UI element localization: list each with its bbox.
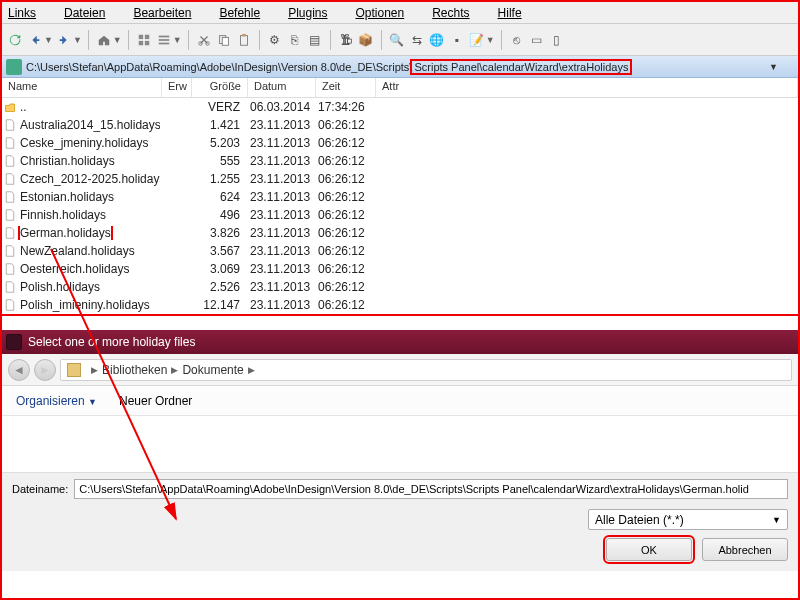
- menu-hilfe[interactable]: Hilfe: [498, 6, 536, 20]
- file-time: 17:34:26: [314, 100, 374, 114]
- file-row[interactable]: Polish_imieniny.holidays12.14723.11.2013…: [2, 296, 798, 314]
- nav-forward-button[interactable]: ►: [34, 359, 56, 381]
- file-row[interactable]: NewZealand.holidays3.56723.11.201306:26:…: [2, 242, 798, 260]
- copy-icon[interactable]: [215, 31, 233, 49]
- svg-rect-6: [159, 42, 170, 44]
- new-folder-button[interactable]: Neuer Ordner: [119, 394, 192, 408]
- file-date: 23.11.2013: [246, 262, 314, 276]
- menu-plugins[interactable]: Plugins: [288, 6, 341, 20]
- folder-icon: [67, 363, 81, 377]
- file-row[interactable]: Finnish.holidays49623.11.201306:26:12: [2, 206, 798, 224]
- menu-bearbeiten[interactable]: Bearbeiten: [133, 6, 205, 20]
- file-size: 3.567: [160, 244, 246, 258]
- terminal-icon[interactable]: ▪: [448, 31, 466, 49]
- file-name: Australia2014_15.holidays: [18, 118, 160, 132]
- forward-icon[interactable]: [55, 31, 73, 49]
- file-icon: [2, 191, 18, 203]
- svg-rect-10: [222, 37, 228, 45]
- file-row[interactable]: Polish.holidays2.52623.11.201306:26:12: [2, 278, 798, 296]
- crumb-1[interactable]: Bibliotheken: [102, 363, 167, 377]
- file-date: 23.11.2013: [246, 172, 314, 186]
- tool3-icon[interactable]: ▤: [306, 31, 324, 49]
- dialog-nav: ◄ ► ▶ Bibliotheken ▶ Dokumente ▶: [2, 354, 798, 386]
- file-row[interactable]: Czech_2012-2025.holidays1.25523.11.20130…: [2, 170, 798, 188]
- col-name[interactable]: Name: [2, 78, 162, 97]
- nav-back-button[interactable]: ◄: [8, 359, 30, 381]
- crumb-2[interactable]: Dokumente: [182, 363, 243, 377]
- notepad-icon[interactable]: 📝: [468, 31, 486, 49]
- path-bar[interactable]: C:\Users\Stefan\AppData\Roaming\Adobe\In…: [2, 56, 798, 78]
- file-size: 12.147: [160, 298, 246, 312]
- svg-rect-12: [242, 33, 246, 36]
- path-highlighted: Scripts Panel\calendarWizard\extraHolida…: [410, 59, 632, 75]
- file-name: Polish_imieniny.holidays: [18, 298, 160, 312]
- file-list: ..VERZ06.03.201417:34:26Australia2014_15…: [2, 98, 798, 314]
- file-date: 23.11.2013: [246, 190, 314, 204]
- indesign-icon: [6, 334, 22, 350]
- tool-icon[interactable]: ⚙: [266, 31, 284, 49]
- tool2-icon[interactable]: ⎘: [286, 31, 304, 49]
- menu-optionen[interactable]: Optionen: [356, 6, 419, 20]
- col-ext[interactable]: Erw: [162, 78, 192, 97]
- view-icon[interactable]: [155, 31, 173, 49]
- menu-rechts[interactable]: Rechts: [432, 6, 483, 20]
- col-size[interactable]: Größe: [192, 78, 248, 97]
- file-row[interactable]: German.holidays3.82623.11.201306:26:12: [2, 224, 798, 242]
- path-dropdown-icon[interactable]: ▼: [749, 62, 798, 72]
- file-row[interactable]: Ceske_jmeniny.holidays5.20323.11.201306:…: [2, 134, 798, 152]
- file-row[interactable]: ..VERZ06.03.201417:34:26: [2, 98, 798, 116]
- file-name: Christian.holidays: [18, 154, 160, 168]
- column-headers: Name Erw Größe Datum Zeit Attr: [2, 78, 798, 98]
- menu-befehle[interactable]: Befehle: [219, 6, 274, 20]
- organize-button[interactable]: Organisieren ▼: [16, 394, 97, 408]
- zip-icon[interactable]: 🗜: [337, 31, 355, 49]
- file-row[interactable]: Australia2014_15.holidays1.42123.11.2013…: [2, 116, 798, 134]
- svg-rect-5: [159, 39, 170, 41]
- ok-button[interactable]: OK: [606, 538, 692, 561]
- col-time[interactable]: Zeit: [316, 78, 376, 97]
- svg-rect-4: [159, 35, 170, 37]
- file-date: 23.11.2013: [246, 226, 314, 240]
- dialog-body: [2, 416, 798, 472]
- exit1-icon[interactable]: ⎋: [508, 31, 526, 49]
- filename-input[interactable]: [74, 479, 788, 499]
- file-date: 23.11.2013: [246, 280, 314, 294]
- col-date[interactable]: Datum: [248, 78, 316, 97]
- exit3-icon[interactable]: ▯: [548, 31, 566, 49]
- file-time: 06:26:12: [314, 154, 374, 168]
- file-icon: [2, 281, 18, 293]
- file-row[interactable]: Oesterreich.holidays3.06923.11.201306:26…: [2, 260, 798, 278]
- ftp-icon[interactable]: 🌐: [428, 31, 446, 49]
- file-size: 3.826: [160, 226, 246, 240]
- file-name: Finnish.holidays: [18, 208, 160, 222]
- file-name: Estonian.holidays: [18, 190, 160, 204]
- grid-icon[interactable]: [135, 31, 153, 49]
- refresh-icon[interactable]: [6, 31, 24, 49]
- menu-links[interactable]: Links: [8, 6, 50, 20]
- filetype-filter[interactable]: Alle Dateien (*.*)▼: [588, 509, 788, 530]
- cut-icon[interactable]: [195, 31, 213, 49]
- menu-dateien[interactable]: Dateien: [64, 6, 119, 20]
- file-icon: [2, 155, 18, 167]
- cancel-button[interactable]: Abbrechen: [702, 538, 788, 561]
- search-icon[interactable]: 🔍: [388, 31, 406, 49]
- path-prefix: C:\Users\Stefan\AppData\Roaming\Adobe\In…: [26, 61, 412, 73]
- file-size: 496: [160, 208, 246, 222]
- file-time: 06:26:12: [314, 280, 374, 294]
- back-icon[interactable]: [26, 31, 44, 49]
- file-date: 23.11.2013: [246, 154, 314, 168]
- file-row[interactable]: Estonian.holidays62423.11.201306:26:12: [2, 188, 798, 206]
- home-icon[interactable]: [95, 31, 113, 49]
- paste-icon[interactable]: [235, 31, 253, 49]
- file-name: Oesterreich.holidays: [18, 262, 160, 276]
- file-size: 624: [160, 190, 246, 204]
- sync-icon[interactable]: ⇆: [408, 31, 426, 49]
- file-icon: [2, 173, 18, 185]
- exit2-icon[interactable]: ▭: [528, 31, 546, 49]
- breadcrumb[interactable]: ▶ Bibliotheken ▶ Dokumente ▶: [60, 359, 792, 381]
- col-attr[interactable]: Attr: [376, 78, 798, 97]
- file-icon: [2, 299, 18, 311]
- file-row[interactable]: Christian.holidays55523.11.201306:26:12: [2, 152, 798, 170]
- unzip-icon[interactable]: 📦: [357, 31, 375, 49]
- file-time: 06:26:12: [314, 208, 374, 222]
